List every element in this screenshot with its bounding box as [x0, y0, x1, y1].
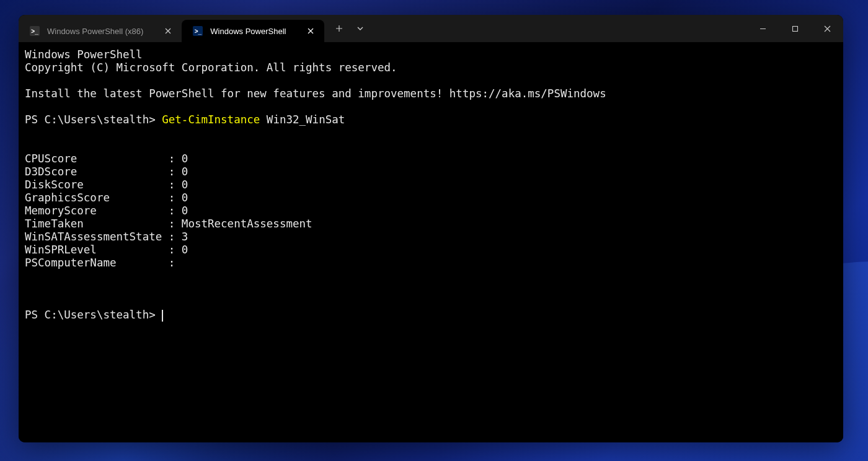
output-line: CPUScore : 0 — [25, 152, 188, 165]
output-line: DiskScore : 0 — [25, 178, 188, 191]
prompt: PS C:\Users\stealth> — [25, 113, 162, 126]
tab-powershell-x86[interactable]: >_ Windows PowerShell (x86) — [19, 20, 182, 42]
window-controls — [746, 15, 843, 42]
terminal-window: >_ Windows PowerShell (x86) >_ Windows P… — [19, 15, 843, 442]
titlebar-drag-area[interactable] — [370, 15, 746, 42]
tab-dropdown-button[interactable] — [350, 19, 370, 38]
tab-title: Windows PowerShell — [210, 27, 286, 36]
tabbar-controls — [324, 15, 370, 42]
output-line: WinSPRLevel : 0 — [25, 244, 188, 256]
tab-powershell[interactable]: >_ Windows PowerShell — [182, 20, 324, 42]
terminal-line: Windows PowerShell — [25, 48, 143, 61]
output-line: PSComputerName : — [25, 257, 175, 269]
prompt: PS C:\Users\stealth> — [25, 309, 162, 321]
command-name: Get-CimInstance — [162, 113, 260, 126]
output-line: WinSATAssessmentState : 3 — [25, 230, 188, 243]
tabs-container: >_ Windows PowerShell (x86) >_ Windows P… — [19, 15, 324, 42]
command-arg: Win32_WinSat — [260, 113, 345, 126]
maximize-button[interactable] — [779, 15, 811, 42]
close-button[interactable] — [811, 15, 843, 42]
new-tab-button[interactable] — [329, 19, 349, 38]
powershell-icon: >_ — [193, 26, 203, 36]
powershell-x86-icon: >_ — [30, 26, 40, 36]
output-line: MemoryScore : 0 — [25, 204, 188, 217]
text-cursor — [162, 310, 163, 322]
terminal-line: Copyright (C) Microsoft Corporation. All… — [25, 61, 397, 74]
terminal-line: Install the latest PowerShell for new fe… — [25, 87, 606, 100]
close-icon[interactable] — [163, 26, 173, 36]
tab-title: Windows PowerShell (x86) — [47, 27, 143, 36]
minimize-button[interactable] — [746, 15, 779, 42]
output-line: GraphicsScore : 0 — [25, 191, 188, 204]
output-line: D3DScore : 0 — [25, 165, 188, 178]
close-icon[interactable] — [306, 26, 316, 36]
titlebar[interactable]: >_ Windows PowerShell (x86) >_ Windows P… — [19, 15, 843, 42]
output-line: TimeTaken : MostRecentAssessment — [25, 217, 312, 230]
svg-rect-0 — [792, 26, 797, 31]
terminal-content[interactable]: Windows PowerShell Copyright (C) Microso… — [19, 42, 843, 442]
